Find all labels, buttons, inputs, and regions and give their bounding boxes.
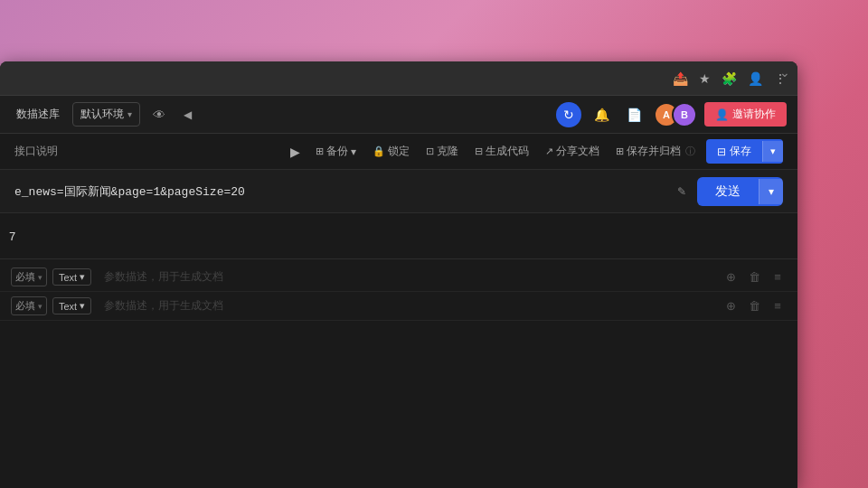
env-chevron-icon: ▾ bbox=[127, 109, 132, 119]
play-btn[interactable]: ▶ bbox=[285, 142, 305, 162]
backup-icon: ⊞ bbox=[316, 145, 324, 157]
lock-icon: 🔒 bbox=[373, 145, 385, 157]
type-badge-1[interactable]: Text ▾ bbox=[52, 268, 91, 286]
param-menu-icon-2[interactable]: ≡ bbox=[769, 297, 787, 315]
type-badge-2[interactable]: Text ▾ bbox=[52, 297, 91, 314]
backup-btn[interactable]: ⊞ 备份 ▾ bbox=[310, 141, 362, 162]
share-doc-icon: ↗ bbox=[545, 145, 553, 157]
invite-icon: 👤 bbox=[715, 108, 729, 121]
browser-window: ⌄ 📤 ★ 🧩 👤 ⋮ 数描述库 默认环境 ▾ 👁 ◀ ↻ 🔔 📄 bbox=[0, 61, 797, 488]
share-browser-icon[interactable]: 📤 bbox=[673, 71, 688, 86]
toolbar-right: ↻ 🔔 📄 A B 👤 邀请协作 bbox=[556, 102, 787, 127]
doc-icon: 📄 bbox=[627, 108, 642, 122]
sync-btn[interactable]: ↻ bbox=[556, 102, 581, 127]
save-dropdown-btn[interactable]: ▾ bbox=[762, 141, 783, 162]
param-actions-1: ⊕ 🗑 ≡ bbox=[722, 268, 787, 286]
send-btn[interactable]: 发送 bbox=[697, 177, 759, 206]
share-doc-btn[interactable]: ↗ 分享文档 bbox=[540, 141, 605, 162]
cursor-area: 7 bbox=[0, 213, 797, 258]
generate-code-btn[interactable]: ⊟ 生成代码 bbox=[469, 141, 534, 162]
clone-btn[interactable]: ⊡ 克隆 bbox=[420, 141, 464, 162]
save-archive-btn[interactable]: ⊞ 保存并归档 ⓘ bbox=[610, 141, 701, 162]
env-label: 默认环境 bbox=[80, 107, 124, 122]
required-badge-2[interactable]: 必填 ▾ bbox=[11, 296, 47, 315]
param-actions-2: ⊕ 🗑 ≡ bbox=[722, 297, 787, 315]
send-btn-group: 发送 ▾ bbox=[697, 177, 783, 206]
app-toolbar: 数描述库 默认环境 ▾ 👁 ◀ ↻ 🔔 📄 A B bbox=[0, 96, 797, 134]
param-row: 必填 ▾ Text ▾ 参数描述，用于生成文档 ⊕ 🗑 ≡ bbox=[0, 263, 797, 292]
browser-topbar: ⌄ 📤 ★ 🧩 👤 ⋮ bbox=[0, 61, 797, 96]
send-dropdown-btn[interactable]: ▾ bbox=[759, 179, 783, 204]
bell-icon: 🔔 bbox=[594, 108, 609, 122]
cursor-position: ✎ bbox=[677, 185, 686, 198]
param-menu-icon-1[interactable]: ≡ bbox=[769, 268, 787, 286]
param-add-icon-2[interactable]: ⊕ bbox=[722, 297, 740, 315]
env-selector[interactable]: 默认环境 ▾ bbox=[72, 102, 140, 127]
params-area: 必填 ▾ Text ▾ 参数描述，用于生成文档 ⊕ 🗑 ≡ bbox=[0, 259, 797, 488]
type-label-1: Text bbox=[59, 272, 77, 283]
avatar-group: A B bbox=[654, 102, 697, 127]
save-icon: ⊟ bbox=[717, 145, 726, 158]
collapse-icon[interactable]: ⌄ bbox=[779, 65, 790, 80]
profile-icon[interactable]: 👤 bbox=[748, 71, 763, 86]
generate-icon: ⊟ bbox=[475, 145, 483, 157]
content-area: 接口说明 ▶ ⊞ 备份 ▾ 🔒 锁定 ⊡ 克隆 bbox=[0, 134, 797, 488]
required-chevron-2: ▾ bbox=[38, 302, 42, 311]
save-btn[interactable]: ⊟ 保存 bbox=[706, 139, 762, 164]
param-desc-1[interactable]: 参数描述，用于生成文档 bbox=[97, 269, 716, 285]
required-badge-1[interactable]: 必填 ▾ bbox=[11, 267, 47, 286]
cursor-line: 7 bbox=[9, 230, 15, 243]
avatar-2[interactable]: B bbox=[672, 102, 697, 127]
backup-chevron-icon: ▾ bbox=[351, 145, 356, 158]
eye-icon[interactable]: 👁 bbox=[147, 104, 171, 126]
save-archive-icon: ⊞ bbox=[616, 145, 624, 157]
required-chevron-1: ▾ bbox=[38, 273, 42, 282]
bookmark-icon[interactable]: ★ bbox=[699, 71, 711, 86]
db-nav-item[interactable]: 数描述库 bbox=[11, 103, 65, 126]
doc-btn[interactable]: 📄 bbox=[621, 102, 646, 127]
lock-btn[interactable]: 🔒 锁定 bbox=[367, 141, 415, 162]
api-toolbar: 接口说明 ▶ ⊞ 备份 ▾ 🔒 锁定 ⊡ 克隆 bbox=[0, 134, 797, 170]
param-add-icon-1[interactable]: ⊕ bbox=[722, 268, 740, 286]
param-desc-2[interactable]: 参数描述，用于生成文档 bbox=[97, 298, 716, 314]
param-delete-icon-2[interactable]: 🗑 bbox=[745, 297, 763, 315]
type-label-2: Text bbox=[59, 301, 77, 312]
interface-label: 接口说明 bbox=[14, 144, 281, 159]
param-row: 必填 ▾ Text ▾ 参数描述，用于生成文档 ⊕ 🗑 ≡ bbox=[0, 292, 797, 321]
clone-icon: ⊡ bbox=[426, 145, 434, 157]
type-chevron-1: ▾ bbox=[80, 271, 85, 283]
type-chevron-2: ▾ bbox=[80, 300, 85, 312]
save-archive-info-icon: ⓘ bbox=[685, 145, 695, 158]
required-label-1: 必填 bbox=[15, 270, 35, 284]
save-btn-group: ⊟ 保存 ▾ bbox=[706, 139, 783, 164]
sync-icon: ↻ bbox=[563, 108, 574, 122]
play-icon: ▶ bbox=[290, 145, 300, 159]
invite-btn[interactable]: 👤 邀请协作 bbox=[704, 102, 787, 127]
extension-icon[interactable]: 🧩 bbox=[722, 71, 737, 86]
back-icon[interactable]: ◀ bbox=[178, 105, 197, 125]
param-delete-icon-1[interactable]: 🗑 bbox=[745, 268, 763, 286]
api-actions: ▶ ⊞ 备份 ▾ 🔒 锁定 ⊡ 克隆 ⊟ 生成代码 bbox=[285, 139, 783, 164]
required-label-2: 必填 bbox=[15, 299, 35, 313]
url-text[interactable]: e_news=国际新闻&page=1&pageSize=20 bbox=[14, 183, 677, 200]
url-bar: e_news=国际新闻&page=1&pageSize=20 ✎ 发送 ▾ bbox=[0, 170, 797, 213]
bell-btn[interactable]: 🔔 bbox=[589, 102, 614, 127]
